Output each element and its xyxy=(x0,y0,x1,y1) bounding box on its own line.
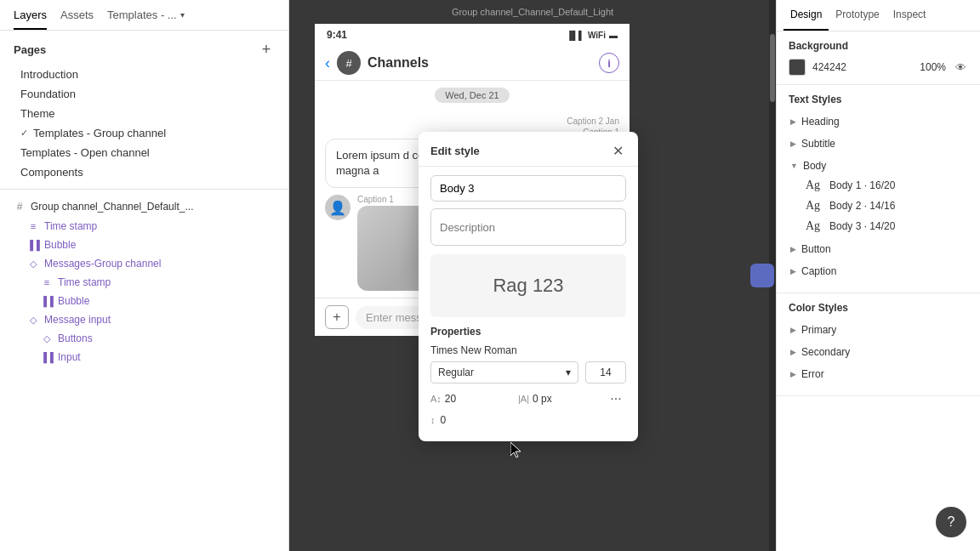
font-size-input[interactable]: 14 xyxy=(585,361,626,383)
style-group-secondary: ▶ Secondary xyxy=(789,343,968,361)
body-label: Body xyxy=(803,160,826,172)
page-item-foundation[interactable]: Foundation xyxy=(14,84,275,104)
heading-label: Heading xyxy=(801,116,840,128)
chevron-right-icon: ▶ xyxy=(790,370,796,378)
chevron-right-icon: ▶ xyxy=(790,267,796,276)
tab-prototype[interactable]: Prototype xyxy=(829,0,886,31)
style-group-button: ▶ Button xyxy=(789,240,968,258)
body3-style-item[interactable]: Ag Body 3 · 14/20 xyxy=(789,216,968,236)
layer-item-input[interactable]: ▐▐ Input xyxy=(7,348,282,366)
edit-style-modal: Edit style ✕ Rag 123 Properties Times Ne… xyxy=(419,132,638,441)
text-styles-section: Text Styles ▶ Heading ▶ Subtitle ▼ Body xyxy=(777,85,980,293)
right-panel: Design Prototype Inspect Background 4242… xyxy=(776,0,980,551)
add-attachment-button[interactable]: + xyxy=(325,305,349,329)
style-name-input[interactable] xyxy=(430,175,626,202)
chevron-right-icon: ▶ xyxy=(790,245,796,253)
secondary-group-header[interactable]: ▶ Secondary xyxy=(789,343,968,361)
tab-inspect[interactable]: Inspect xyxy=(886,0,933,31)
page-item-introduction[interactable]: Introduction xyxy=(14,65,275,84)
left-panel-tabs: Layers Assets Templates - ... ▾ xyxy=(0,0,288,31)
error-group-header[interactable]: ▶ Error xyxy=(789,365,968,383)
layers-section: # Group channel_Channel_Default_... ≡ Ti… xyxy=(0,196,288,551)
channel-icon: # xyxy=(337,51,361,75)
style-group-primary: ▶ Primary xyxy=(789,321,968,339)
bars-icon: ≡ xyxy=(41,276,53,288)
style-group-heading: ▶ Heading xyxy=(789,112,968,131)
body1-style-item[interactable]: Ag Body 1 · 16/20 xyxy=(789,175,968,196)
background-title: Background xyxy=(789,40,968,52)
caption-group-header[interactable]: ▶ Caption xyxy=(789,262,968,281)
layer-label: Messages-Group channel xyxy=(44,258,161,270)
button-group-header[interactable]: ▶ Button xyxy=(789,240,968,258)
layer-label: Message input xyxy=(44,314,111,326)
tracking-icon: A↕ xyxy=(430,394,442,404)
style-description-input[interactable] xyxy=(430,208,626,246)
chevron-right-icon: ▶ xyxy=(790,117,796,126)
body2-ag: Ag xyxy=(806,199,823,213)
layer-item-timestamp-2[interactable]: ≡ Time stamp xyxy=(7,273,282,292)
caption-2: Caption 2 Jan xyxy=(325,116,619,126)
chevron-down-icon: ▾ xyxy=(180,10,185,20)
visibility-toggle[interactable]: 👁 xyxy=(953,60,968,75)
plugin-toggle-button[interactable] xyxy=(750,264,774,287)
layer-item-messages[interactable]: ◇ Messages-Group channel xyxy=(7,254,282,273)
scrollbar-thumb[interactable] xyxy=(770,34,775,102)
page-item-templates-open[interactable]: Templates - Open channel xyxy=(14,143,275,162)
chart-icon: ▐▐ xyxy=(41,295,53,307)
page-item-components[interactable]: Components xyxy=(14,162,275,182)
color-styles-title: Color Styles xyxy=(789,302,968,314)
layer-label: Time stamp xyxy=(58,276,111,288)
font-weight-select[interactable]: Regular ▾ xyxy=(430,361,578,383)
modal-body: Rag 123 Properties Times New Roman Regul… xyxy=(419,167,638,441)
avatar: 👤 xyxy=(325,195,350,220)
more-options-button[interactable]: ··· xyxy=(606,389,626,409)
add-page-button[interactable]: + xyxy=(258,41,275,58)
font-name: Times New Roman xyxy=(430,344,626,356)
tracking-metric: A↕ 20 xyxy=(430,393,511,405)
line-height-value: 0 xyxy=(441,414,447,426)
tab-templates[interactable]: Templates - ... ▾ xyxy=(107,9,185,30)
primary-label: Primary xyxy=(801,324,836,336)
caption-label: Caption xyxy=(801,265,836,277)
tab-layers[interactable]: Layers xyxy=(14,9,47,30)
body2-style-item[interactable]: Ag Body 2 · 14/16 xyxy=(789,196,968,216)
canvas-label: Group channel_Channel_Default_Light xyxy=(452,7,613,17)
tab-assets[interactable]: Assets xyxy=(60,9,94,30)
style-group-subtitle: ▶ Subtitle xyxy=(789,134,968,153)
body-group-header[interactable]: ▼ Body xyxy=(789,156,968,175)
chevron-down-icon: ▾ xyxy=(566,366,571,378)
canvas[interactable]: Group channel_Channel_Default_Light 9:41… xyxy=(289,0,776,551)
tab-design[interactable]: Design xyxy=(783,0,829,31)
page-item-theme[interactable]: Theme xyxy=(14,104,275,123)
primary-group-header[interactable]: ▶ Primary xyxy=(789,321,968,339)
body3-name: Body 3 · 14/20 xyxy=(829,220,895,232)
color-styles-section: Color Styles ▶ Primary ▶ Secondary ▶ Err… xyxy=(777,293,980,396)
subtitle-group-header[interactable]: ▶ Subtitle xyxy=(789,134,968,153)
button-label: Button xyxy=(801,243,831,255)
error-label: Error xyxy=(801,368,824,380)
date-badge: Wed, Dec 21 xyxy=(315,81,630,110)
back-button[interactable]: ‹ xyxy=(325,54,330,72)
info-button[interactable]: i xyxy=(599,53,619,73)
layer-item-timestamp-1[interactable]: ≡ Time stamp xyxy=(7,217,282,236)
layer-item-bubble-1[interactable]: ▐▐ Bubble xyxy=(7,236,282,254)
channel-header: ‹ # Channels i xyxy=(315,46,630,81)
layer-group-header[interactable]: # Group channel_Channel_Default_... xyxy=(7,196,282,217)
chart-icon: ▐▐ xyxy=(41,351,53,363)
pages-section: Pages + Introduction Foundation Theme ✓ … xyxy=(0,31,288,182)
modal-close-button[interactable]: ✕ xyxy=(609,142,626,159)
battery-icon: ▬ xyxy=(609,31,618,40)
layer-item-bubble-2[interactable]: ▐▐ Bubble xyxy=(7,292,282,310)
layer-item-buttons[interactable]: ◇ Buttons xyxy=(7,329,282,348)
properties-title: Properties xyxy=(430,326,626,338)
heading-group-header[interactable]: ▶ Heading xyxy=(789,112,968,131)
body1-name: Body 1 · 16/20 xyxy=(829,179,895,191)
bg-color-swatch[interactable] xyxy=(789,59,806,76)
kerning-icon: |A| xyxy=(518,394,529,404)
layer-item-message-input[interactable]: ◇ Message input xyxy=(7,310,282,329)
help-button[interactable]: ? xyxy=(936,507,966,537)
page-item-templates-group[interactable]: ✓ Templates - Group channel xyxy=(14,123,275,143)
layer-label: Time stamp xyxy=(44,220,97,232)
layer-label: Input xyxy=(58,351,81,363)
signal-icon: ▐▌▌ xyxy=(567,31,584,40)
